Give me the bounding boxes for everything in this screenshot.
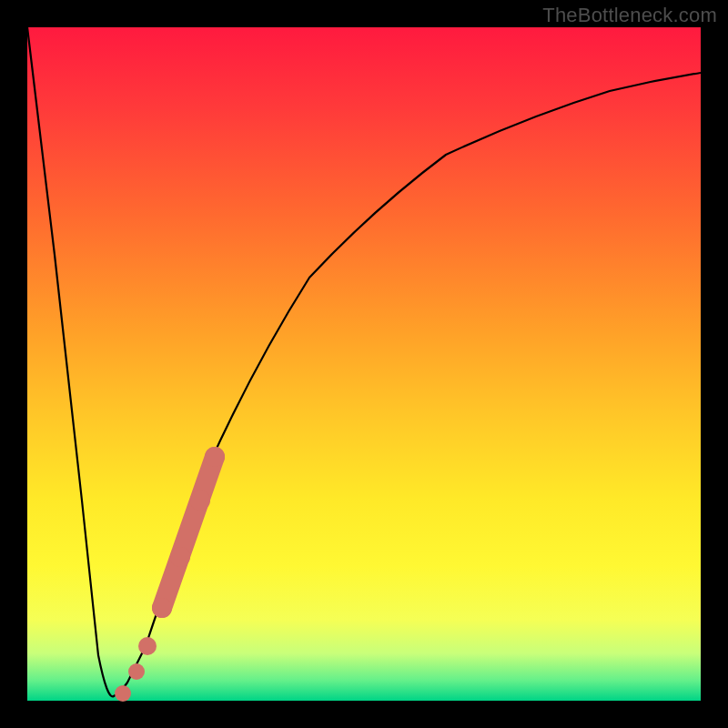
highlight-dot <box>170 547 190 567</box>
watermark-text: TheBottleneck.com <box>542 4 717 27</box>
highlight-dot <box>115 685 131 702</box>
chart-overlay <box>27 27 701 701</box>
highlight-dot <box>205 447 225 467</box>
highlight-dot <box>190 490 210 511</box>
bottleneck-curve <box>27 27 701 696</box>
highlight-dot <box>152 598 172 618</box>
highlight-dot <box>128 663 145 680</box>
chart-frame: TheBottleneck.com <box>0 0 728 728</box>
highlight-dot-streak <box>162 457 215 608</box>
highlight-dot <box>138 637 157 655</box>
